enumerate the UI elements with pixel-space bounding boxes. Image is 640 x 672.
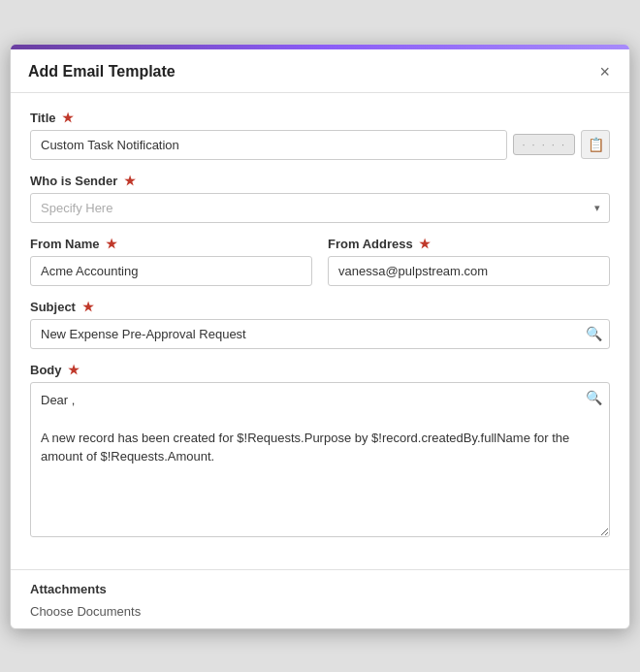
subject-search-button[interactable]: 🔍 — [586, 326, 602, 341]
modal-header: Add Email Template × — [11, 49, 629, 93]
subject-required: ★ — [82, 300, 94, 314]
modal-body: Title ★ · · · · · 📋 Who is Sender ★ Spec… — [11, 93, 629, 569]
attachments-label: Attachments — [30, 582, 610, 596]
sender-label: Who is Sender ★ — [30, 174, 610, 188]
from-name-label: From Name ★ — [30, 237, 312, 251]
body-wrapper: 🔍 — [30, 382, 610, 540]
subject-input[interactable] — [30, 319, 610, 349]
sender-group: Who is Sender ★ Specify Here ▾ — [30, 174, 610, 223]
title-group: Title ★ · · · · · 📋 — [30, 111, 610, 160]
body-required: ★ — [68, 363, 80, 377]
body-search-button[interactable]: 🔍 — [586, 390, 602, 405]
subject-group: Subject ★ 🔍 — [30, 300, 610, 349]
cursor-indicator: · · · · · — [513, 134, 575, 155]
search-icon: 🔍 — [586, 390, 602, 405]
add-email-template-modal: Add Email Template × Title ★ · · · · · 📋… — [10, 44, 630, 629]
from-address-input[interactable] — [328, 256, 610, 286]
from-name-required: ★ — [106, 237, 117, 251]
modal-title: Add Email Template — [28, 63, 176, 80]
from-address-label: From Address ★ — [328, 237, 610, 251]
from-name-group: From Name ★ — [30, 237, 312, 286]
subject-label: Subject ★ — [30, 300, 610, 314]
sender-select-wrapper: Specify Here ▾ — [30, 193, 610, 223]
close-button[interactable]: × — [597, 63, 612, 80]
title-input[interactable] — [30, 130, 507, 160]
title-input-wrapper: · · · · · 📋 — [30, 130, 610, 160]
title-required: ★ — [62, 111, 74, 125]
subject-wrapper: 🔍 — [30, 319, 610, 349]
sender-required: ★ — [124, 174, 136, 188]
body-label: Body ★ — [30, 363, 610, 377]
from-name-input[interactable] — [30, 256, 312, 286]
choose-documents-button[interactable]: Choose Documents — [30, 602, 141, 621]
body-textarea[interactable] — [30, 382, 610, 537]
from-address-required: ★ — [419, 237, 431, 251]
name-address-row: From Name ★ From Address ★ — [30, 237, 610, 300]
attachments-section: Attachments Choose Documents — [11, 569, 629, 628]
title-label: Title ★ — [30, 111, 610, 125]
calendar-icon: 📋 — [588, 137, 604, 152]
sender-select[interactable]: Specify Here — [30, 193, 610, 223]
from-address-group: From Address ★ — [328, 237, 610, 286]
body-group: Body ★ 🔍 — [30, 363, 610, 540]
calendar-icon-button[interactable]: 📋 — [581, 130, 610, 159]
search-icon: 🔍 — [586, 326, 602, 341]
